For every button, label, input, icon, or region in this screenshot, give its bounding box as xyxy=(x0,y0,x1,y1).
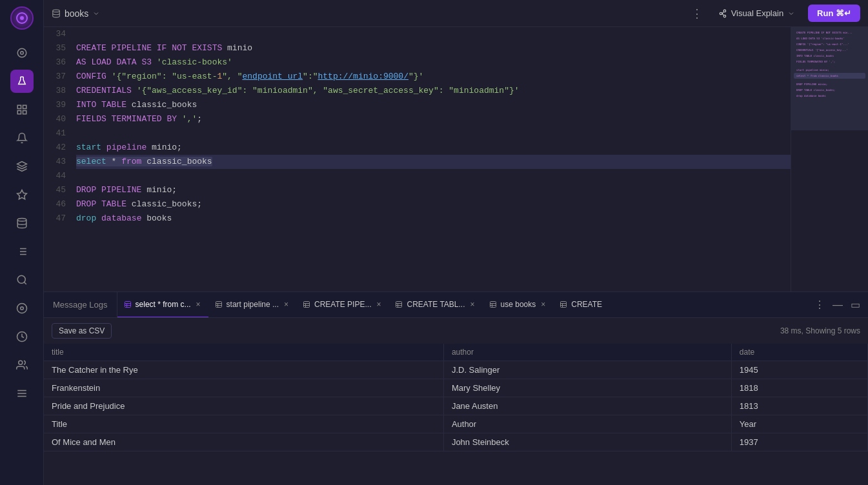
main-area: books ⋮ Visual Explain Run ⌘↵ 34 35 CR xyxy=(44,0,868,485)
visual-explain-button[interactable]: Visual Explain xyxy=(713,6,800,21)
chevron-down-icon xyxy=(92,10,100,17)
svg-rect-7 xyxy=(23,111,26,114)
more-options-button[interactable]: ⋮ xyxy=(689,4,705,23)
table-cell: J.D. Salinger xyxy=(443,361,731,379)
run-button[interactable]: Run ⌘↵ xyxy=(808,5,860,22)
app-logo[interactable] xyxy=(10,6,34,30)
sidebar-item-star[interactable] xyxy=(10,183,34,206)
chevron-down-icon-ve xyxy=(787,10,795,17)
sidebar-item-history[interactable] xyxy=(10,325,34,348)
svg-point-27 xyxy=(723,10,726,12)
preview-panel: CREATE PIPELINE IF NOT EXISTS min... AS … xyxy=(791,27,868,292)
code-line-45: 45 DROP PIPELINE minio; xyxy=(44,183,791,197)
table-row: Pride and PrejudiceJane Austen1813 xyxy=(44,397,868,415)
tabs-expand-button[interactable]: ▭ xyxy=(848,296,863,313)
table-row: Of Mice and MenJohn Steinbeck1937 xyxy=(44,433,868,451)
tab-create-pipe-close[interactable]: × xyxy=(375,300,382,309)
svg-point-19 xyxy=(20,307,23,310)
sidebar-item-lab[interactable] xyxy=(10,70,34,93)
table-cell: John Steinbeck xyxy=(443,433,731,451)
result-area: Save as CSV 38 ms, Showing 5 rows title … xyxy=(44,318,868,485)
tabs-minimize-button[interactable]: — xyxy=(830,297,845,313)
table-icon xyxy=(124,301,132,308)
visual-explain-label: Visual Explain xyxy=(731,8,783,18)
svg-point-21 xyxy=(18,361,22,364)
code-line-38: 38 CREDENTIALS '{"aws_access_key_id": "m… xyxy=(44,84,791,98)
sidebar-item-search[interactable] xyxy=(10,268,34,292)
db-selector[interactable]: books xyxy=(52,8,100,19)
sidebar-item-people[interactable] xyxy=(10,353,34,377)
tab-message-logs[interactable]: Message Logs xyxy=(44,292,117,318)
svg-point-28 xyxy=(723,15,726,17)
sidebar xyxy=(0,0,44,485)
sidebar-item-filter[interactable] xyxy=(10,240,34,263)
code-line-44: 44 xyxy=(44,169,791,183)
sidebar-item-list[interactable] xyxy=(10,382,34,405)
col-title: title xyxy=(44,344,443,361)
svg-point-3 xyxy=(20,52,23,55)
code-line-35: 35 CREATE PIPELINE IF NOT EXISTS minio xyxy=(44,41,791,55)
code-line-46: 46 DROP TABLE classic_books; xyxy=(44,197,791,212)
svg-marker-8 xyxy=(17,190,26,199)
tab-create-last[interactable]: CREATE xyxy=(553,292,609,318)
table-row: The Catcher in the RyeJ.D. Salinger1945 xyxy=(44,361,868,379)
tab-start-pipeline-close[interactable]: × xyxy=(283,300,290,309)
sidebar-item-grid[interactable] xyxy=(10,98,34,121)
tab-select-close[interactable]: × xyxy=(195,300,202,309)
svg-point-1 xyxy=(20,16,24,20)
svg-rect-39 xyxy=(304,301,310,307)
code-line-42: 42 start pipeline minio; xyxy=(44,141,791,155)
svg-point-16 xyxy=(17,275,25,283)
tab-create-table[interactable]: CREATE TABL... × xyxy=(389,292,482,318)
tabs-bar: Message Logs select * from c... × start … xyxy=(44,292,868,318)
table-icon-6 xyxy=(560,301,567,308)
table-row: FrankensteinMary Shelley1818 xyxy=(44,379,868,397)
code-line-47: 47 drop database books xyxy=(44,212,791,226)
topbar-actions: ⋮ Visual Explain Run ⌘↵ xyxy=(689,4,860,23)
svg-point-2 xyxy=(17,48,26,57)
tab-use-books-close[interactable]: × xyxy=(540,300,547,309)
tab-select-result[interactable]: select * from c... × xyxy=(117,292,208,318)
result-meta: 38 ms, Showing 5 rows xyxy=(780,326,860,335)
tab-create-pipe[interactable]: CREATE PIPE... × xyxy=(296,292,389,318)
col-author: author xyxy=(443,344,731,361)
sidebar-item-navigate[interactable] xyxy=(10,297,34,320)
result-toolbar: Save as CSV 38 ms, Showing 5 rows xyxy=(44,318,868,344)
tab-use-books[interactable]: use books × xyxy=(483,292,554,318)
tab-create-table-close[interactable]: × xyxy=(469,300,476,309)
table-cell: Title xyxy=(44,415,443,433)
table-cell: The Catcher in the Rye xyxy=(44,361,443,379)
sidebar-item-home[interactable] xyxy=(10,41,34,64)
code-editor[interactable]: 34 35 CREATE PIPELINE IF NOT EXISTS mini… xyxy=(44,27,791,292)
table-cell: Year xyxy=(731,415,867,433)
svg-rect-43 xyxy=(396,301,402,307)
table-icon-2 xyxy=(215,301,223,308)
svg-rect-35 xyxy=(216,301,221,307)
code-line-34: 34 xyxy=(44,27,791,41)
svg-rect-51 xyxy=(561,301,567,307)
svg-point-25 xyxy=(53,10,60,12)
svg-rect-6 xyxy=(17,111,21,114)
results-table: title author date The Catcher in the Rye… xyxy=(44,344,868,451)
sidebar-item-db[interactable] xyxy=(10,212,34,235)
code-line-36: 36 AS LOAD DATA S3 'classic-books' xyxy=(44,55,791,70)
preview-thumbnail: CREATE PIPELINE IF NOT EXISTS min... AS … xyxy=(791,27,868,130)
svg-point-18 xyxy=(17,304,26,313)
db-icon xyxy=(52,9,61,18)
tabs-more-button[interactable]: ⋮ xyxy=(812,296,827,313)
table-cell: Author xyxy=(443,415,731,433)
tab-start-pipeline[interactable]: start pipeline ... × xyxy=(208,292,296,318)
svg-point-26 xyxy=(720,12,722,15)
topbar: books ⋮ Visual Explain Run ⌘↵ xyxy=(44,0,868,27)
code-line-39: 39 INTO TABLE classic_books xyxy=(44,98,791,112)
save-csv-button[interactable]: Save as CSV xyxy=(52,323,112,339)
table-cell: Jane Austen xyxy=(443,397,731,415)
visual-explain-icon xyxy=(718,9,727,18)
code-line-43: 43 select * from classic_books xyxy=(44,155,791,169)
svg-line-17 xyxy=(24,282,26,284)
table-icon-4 xyxy=(395,301,403,308)
sidebar-item-layers[interactable] xyxy=(10,155,34,178)
sidebar-item-bell[interactable] xyxy=(10,126,34,150)
table-cell: 1945 xyxy=(731,361,867,379)
svg-point-9 xyxy=(17,219,26,222)
